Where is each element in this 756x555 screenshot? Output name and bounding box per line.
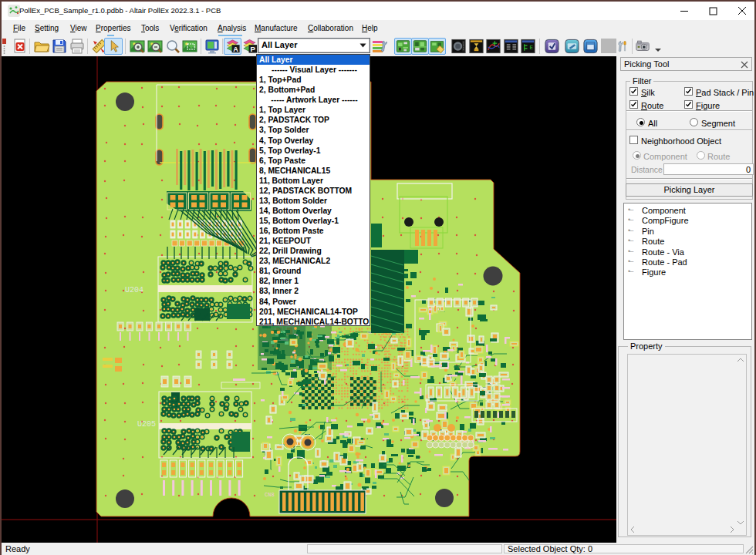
svg-text:U205: U205 <box>137 420 156 429</box>
svg-text:CN8: CN8 <box>265 492 275 498</box>
svg-text:U204: U204 <box>125 286 143 294</box>
svg-text:A: A <box>233 45 238 53</box>
svg-text:P: P <box>251 45 256 53</box>
svg-text:E: E <box>529 45 533 51</box>
